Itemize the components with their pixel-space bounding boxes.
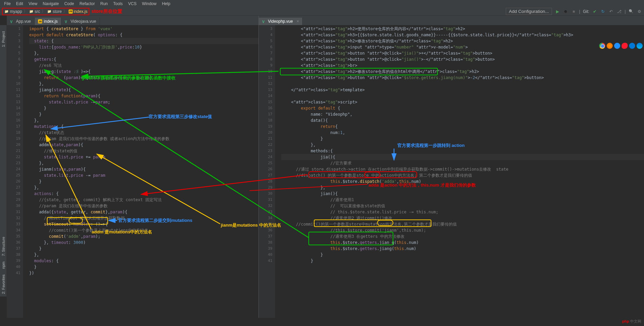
close-icon[interactable]: × bbox=[297, 19, 299, 24]
stop-icon[interactable] bbox=[571, 9, 576, 14]
menu-edit[interactable]: Edit bbox=[13, 1, 26, 7]
vue-icon bbox=[10, 19, 14, 23]
git-update-icon[interactable] bbox=[600, 9, 606, 14]
git-revert-icon[interactable]: ↶ bbox=[608, 9, 614, 14]
code-lines-left[interactable]: import { createStore } from 'vuex'export… bbox=[23, 25, 258, 318]
tool-window-favorites[interactable]: 2: Favorites bbox=[1, 272, 6, 296]
add-configuration-button[interactable]: Add Configuration... bbox=[506, 8, 552, 15]
annotation-oval-adda bbox=[364, 172, 380, 178]
git-label: Git: bbox=[583, 9, 589, 14]
run-icon[interactable] bbox=[555, 9, 560, 14]
git-branch-icon[interactable]: ⎇ bbox=[616, 9, 622, 14]
watermark: php php 中文网中文网 bbox=[622, 319, 641, 324]
annotation-action-text: 官方要求流程第一步跳转到 action bbox=[397, 142, 465, 149]
menu-help[interactable]: Help bbox=[159, 1, 173, 7]
menu-run[interactable]: Run bbox=[97, 1, 110, 7]
annotation-state-text: 官方要求流程第三步修改state值 bbox=[149, 114, 212, 120]
safari-icon[interactable] bbox=[614, 43, 620, 49]
annotation-getters-text: getters中接收组件传来的参数在匿名函数中接收 bbox=[82, 75, 176, 81]
code-area-left[interactable]: 1234567891011121314151617181920212223242… bbox=[7, 25, 258, 318]
editor-tabs-left: App.vue JSindex.js Videojava.vue bbox=[7, 16, 258, 25]
tab-index-js[interactable]: JSindex.js bbox=[35, 18, 61, 25]
edge-icon[interactable] bbox=[637, 43, 643, 49]
ie-icon[interactable] bbox=[629, 43, 635, 49]
annotation-addm-text: addm 是mutations中的方法名 bbox=[92, 229, 152, 235]
gutter-right: 3456789101112131415161718192021222324252… bbox=[259, 25, 275, 318]
folder-icon bbox=[29, 9, 34, 14]
editor-pane-right: Videophp.vue× 34567891011121314151617181… bbox=[259, 16, 644, 318]
firefox-icon[interactable] bbox=[607, 43, 613, 49]
menu-view[interactable]: View bbox=[26, 1, 40, 7]
menu-code[interactable]: Code bbox=[61, 1, 77, 7]
annotation-mutations-text: 官方要求流程第二步提交到mutations bbox=[118, 217, 192, 224]
editor-tabs-right: Videophp.vue× bbox=[259, 16, 644, 25]
vue-icon bbox=[262, 19, 266, 23]
tool-window-project[interactable]: 1: Project bbox=[1, 28, 6, 50]
search-everywhere-icon[interactable] bbox=[628, 9, 634, 14]
annotation-oval-jianm bbox=[377, 220, 393, 226]
navigation-bar: myapp 〉 src 〉 store 〉 JSindex.js store所在… bbox=[0, 7, 644, 16]
annotation-oval-addm bbox=[69, 217, 83, 224]
ide-settings-icon[interactable]: ⚙ bbox=[637, 9, 642, 14]
tool-window-structure[interactable]: 7: Structure bbox=[1, 234, 6, 259]
folder-icon bbox=[4, 9, 9, 14]
annotation-store-location: store所在位置 bbox=[91, 8, 122, 15]
folder-icon bbox=[47, 9, 52, 14]
annotation-adda-text: adda 是action 中的方法，this.num 才是我们传的参数 bbox=[369, 182, 476, 188]
tab-videojava-vue[interactable]: Videojava.vue bbox=[61, 18, 100, 25]
vue-icon bbox=[65, 19, 69, 23]
menu-window[interactable]: Window bbox=[139, 1, 159, 7]
annotation-box-commit-jianm bbox=[314, 219, 431, 227]
annotation-box-dispatch bbox=[308, 171, 417, 178]
menu-tools[interactable]: Tools bbox=[110, 1, 125, 7]
breadcrumb[interactable]: myapp 〉 src 〉 store 〉 JSindex.js bbox=[2, 8, 89, 15]
menu-navigate[interactable]: Navigate bbox=[40, 1, 61, 7]
opera-icon[interactable] bbox=[622, 43, 628, 49]
annotation-box-getters-call bbox=[308, 232, 393, 245]
js-icon: JS bbox=[69, 9, 73, 14]
debug-icon[interactable] bbox=[563, 9, 568, 14]
browser-preview-icons bbox=[599, 43, 643, 49]
gutter-left: 1234567891011121314151617181920212223242… bbox=[7, 25, 23, 318]
tool-window-npm[interactable]: npm bbox=[1, 259, 6, 271]
tab-videophp-vue[interactable]: Videophp.vue× bbox=[259, 18, 303, 25]
chrome-icon[interactable] bbox=[599, 43, 605, 49]
git-commit-icon[interactable] bbox=[592, 9, 597, 14]
menu-file[interactable]: File bbox=[1, 1, 13, 7]
editor-pane-left: App.vue JSindex.js Videojava.vue 1234567… bbox=[7, 16, 259, 318]
annotation-jianm-text: jianm是mutations 中的方法名 bbox=[221, 222, 281, 228]
menu-refactor[interactable]: Refactor bbox=[77, 1, 97, 7]
menu-bar: File Edit View Navigate Code Refactor Ru… bbox=[0, 0, 644, 7]
tab-app-vue[interactable]: App.vue bbox=[7, 18, 35, 25]
js-icon: JS bbox=[38, 19, 42, 23]
menu-vcs[interactable]: VCS bbox=[125, 1, 139, 7]
tool-window-bar-left: 1: Project 7: Structure npm 2: Favorites bbox=[0, 25, 7, 296]
annotation-box-getters-html bbox=[280, 68, 438, 75]
